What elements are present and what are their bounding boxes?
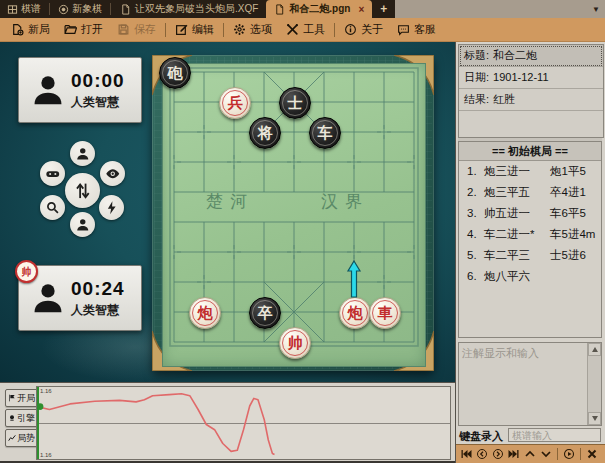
eye-icon xyxy=(105,166,121,182)
new-file-icon xyxy=(11,23,24,36)
xiangqi-piece-black[interactable]: 士 xyxy=(279,87,311,119)
xiangqi-piece-red[interactable]: 炮 xyxy=(339,297,371,329)
xiangqi-piece-red[interactable]: 炮 xyxy=(189,297,221,329)
tools-icon xyxy=(286,23,299,36)
navbar-separator xyxy=(557,448,558,460)
info-row-date[interactable]: 日期:1901-12-11 xyxy=(459,67,603,89)
tabbar-separator xyxy=(110,3,111,15)
first-move-button[interactable] xyxy=(459,447,473,461)
xiangqi-piece-red[interactable]: 車 xyxy=(369,297,401,329)
edit-button[interactable]: 编辑 xyxy=(168,18,221,41)
red-move[interactable]: 炮八平六 xyxy=(484,266,550,287)
tab-label: 引擎 xyxy=(17,412,35,425)
delete-button[interactable] xyxy=(585,447,599,461)
next-move-button[interactable] xyxy=(491,447,505,461)
top-player-card: 00:00 人类智慧 xyxy=(18,57,142,123)
support-button[interactable]: 客服 xyxy=(390,18,443,41)
open-button[interactable]: 打开 xyxy=(57,18,110,41)
tab-opening[interactable]: 开局 xyxy=(5,389,38,407)
xiangqi-board[interactable]: 楚河 汉界 砲兵士将车炮卒帅炮車 xyxy=(162,63,426,367)
variation-down-button[interactable] xyxy=(539,447,553,461)
xiangqi-piece-black[interactable]: 卒 xyxy=(249,297,281,329)
tab-trend[interactable]: 局势 xyxy=(5,429,38,447)
info-row-result[interactable]: 结果:红胜 xyxy=(459,89,603,111)
black-move[interactable]: 士5进6 xyxy=(550,245,586,266)
tab-engine[interactable]: 引擎 xyxy=(5,409,38,427)
move-row[interactable]: 6.炮八平六 xyxy=(459,266,601,287)
move-list[interactable]: == 初始棋局 == 1.炮三进一炮1平5 2.炮三平五卒4进1 3.帅五进一车… xyxy=(458,141,602,338)
black-move[interactable]: 车6平5 xyxy=(550,203,586,224)
xiangqi-piece-black[interactable]: 将 xyxy=(249,117,281,149)
info-row-title[interactable]: 标题:和合二炮 xyxy=(459,45,603,67)
red-move[interactable]: 车二平三 xyxy=(484,245,550,266)
app-window: 棋谱 新象棋 让双先象局破当头炮局.XQF 和合二炮.pgn × + ▼ 新局 xyxy=(0,0,605,463)
move-row[interactable]: 1.炮三进一炮1平5 xyxy=(459,161,601,182)
scroll-up-icon[interactable] xyxy=(588,343,601,356)
xiangqi-piece-black[interactable]: 砲 xyxy=(159,57,191,89)
save-button: 保存 xyxy=(110,18,163,41)
variation-up-button[interactable] xyxy=(523,447,537,461)
black-move[interactable]: 炮1平5 xyxy=(550,161,586,182)
evaluation-graph[interactable]: 1.16 1.16 xyxy=(36,386,451,460)
bottom-player-type-button[interactable] xyxy=(70,212,95,237)
move-row[interactable]: 3.帅五进一车6平5 xyxy=(459,203,601,224)
red-move[interactable]: 帅五进一 xyxy=(484,203,550,224)
search-button[interactable] xyxy=(40,195,65,220)
player-avatar-icon xyxy=(29,71,67,109)
options-button[interactable]: 选项 xyxy=(226,18,279,41)
xiangqi-piece-black[interactable]: 车 xyxy=(309,117,341,149)
annotation-scrollbar[interactable] xyxy=(587,343,601,425)
player-avatar-icon xyxy=(29,279,67,317)
toolbar-button-label: 保存 xyxy=(134,22,156,37)
xiangqi-piece-red[interactable]: 帅 xyxy=(279,327,311,359)
autoplay-button[interactable] xyxy=(562,447,576,461)
about-button[interactable]: 关于 xyxy=(337,18,390,41)
annotation-input[interactable] xyxy=(459,343,587,425)
chat-icon xyxy=(397,23,410,36)
gamepad-button[interactable] xyxy=(40,161,65,186)
top-player-type-button[interactable] xyxy=(70,141,95,166)
eye-button[interactable] xyxy=(100,161,125,186)
chevron-down-icon[interactable]: ▼ xyxy=(592,5,600,14)
toolbar: 新局 打开 保存 编辑 选项 工具 关于 客服 xyxy=(0,18,605,42)
edit-icon xyxy=(175,23,188,36)
new-game-button[interactable]: 新局 xyxy=(4,18,57,41)
black-move[interactable]: 车5进4m xyxy=(550,224,595,245)
lightning-icon xyxy=(104,200,120,216)
tabbar-right-cap: ▼ xyxy=(395,0,605,18)
tab-xqf-file[interactable]: 让双先象局破当头炮局.XQF xyxy=(112,0,266,18)
move-number: 2. xyxy=(467,182,484,203)
keyboard-entry-row: 键盘录入 xyxy=(456,428,605,444)
move-number: 4. xyxy=(467,224,484,245)
person-icon xyxy=(75,146,91,162)
search-icon xyxy=(45,200,61,216)
move-entry-input[interactable] xyxy=(508,428,601,442)
toolbar-button-label: 选项 xyxy=(250,22,272,37)
engine-icon xyxy=(8,414,16,422)
last-move-button[interactable] xyxy=(507,447,521,461)
scroll-down-icon[interactable] xyxy=(588,412,601,425)
black-move[interactable]: 卒4进1 xyxy=(550,182,586,203)
chevron-down-icon xyxy=(540,448,552,460)
menu-item-app[interactable]: 新象棋 xyxy=(51,0,109,18)
game-canvas: 00:00 人类智慧 帅 00: xyxy=(0,42,455,382)
engine-power-button[interactable] xyxy=(99,195,124,220)
tab-close-icon[interactable]: × xyxy=(358,4,364,15)
menu-item-label: 新象棋 xyxy=(72,2,102,16)
move-row[interactable]: 5.车二平三士5进6 xyxy=(459,245,601,266)
red-move[interactable]: 车二进一* xyxy=(484,224,550,245)
prev-move-button[interactable] xyxy=(475,447,489,461)
move-nav-bar xyxy=(456,444,605,463)
move-number: 5. xyxy=(467,245,484,266)
menu-item-manual[interactable]: 棋谱 xyxy=(0,0,48,18)
red-move[interactable]: 炮三平五 xyxy=(484,182,550,203)
tools-button[interactable]: 工具 xyxy=(279,18,332,41)
move-row[interactable]: 4.车二进一*车5进4m xyxy=(459,224,601,245)
red-move[interactable]: 炮三进一 xyxy=(484,161,550,182)
new-tab-button[interactable]: + xyxy=(372,0,395,18)
move-row[interactable]: 2.炮三平五卒4进1 xyxy=(459,182,601,203)
tab-pgn-file[interactable]: 和合二炮.pgn × xyxy=(266,0,372,18)
move-list-header[interactable]: == 初始棋局 == xyxy=(459,142,601,161)
swap-sides-button[interactable] xyxy=(65,173,100,208)
xiangqi-piece-red[interactable]: 兵 xyxy=(219,87,251,119)
